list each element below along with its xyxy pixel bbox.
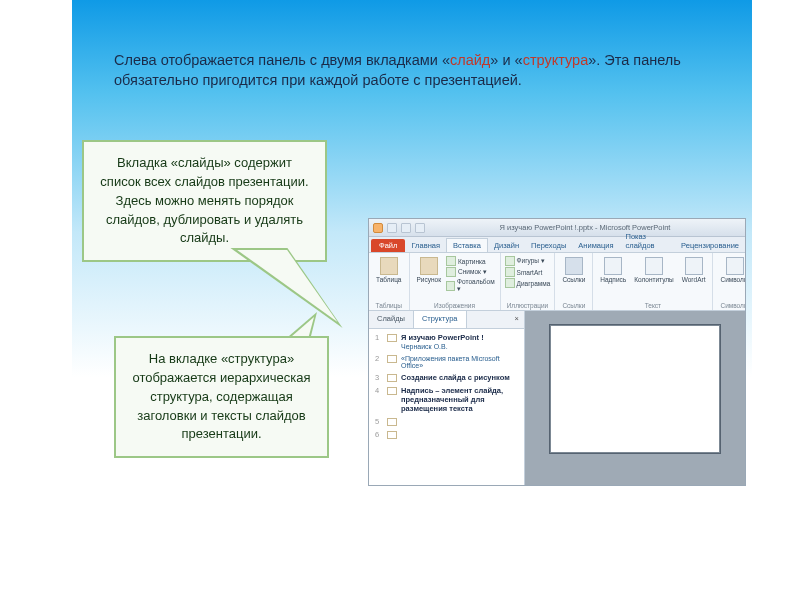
ribbon-group-links: Ссылки Ссылки xyxy=(555,253,593,310)
outline-thumb-icon xyxy=(387,431,397,439)
btn-textbox-label: Надпись xyxy=(600,276,626,283)
ribbon-tab-review[interactable]: Рецензирование xyxy=(675,239,745,252)
ribbon-tab-home[interactable]: Главная xyxy=(405,239,446,252)
btn-screenshot-label: Снимок ▾ xyxy=(458,268,487,276)
group-links-label: Ссылки xyxy=(559,302,588,309)
ribbon-tab-slideshow[interactable]: Показ слайдов xyxy=(620,230,676,252)
outline-thumb-icon xyxy=(387,374,397,382)
presentation-slide: Слева отображается панель с двумя вкладк… xyxy=(72,0,752,580)
outline-thumb-icon xyxy=(387,418,397,426)
tab-structure[interactable]: Структура xyxy=(414,311,467,328)
ribbon-tab-row: Файл Главная Вставка Дизайн Переходы Ани… xyxy=(369,237,745,253)
ribbon-tab-insert[interactable]: Вставка xyxy=(446,238,488,252)
ribbon-group-illustrations: Фигуры ▾ SmartArt Диаграмма Иллюстрации xyxy=(501,253,556,310)
outline-title: Создание слайда с рисунком xyxy=(401,373,518,382)
outline-item[interactable]: 6 xyxy=(375,430,518,439)
outline-item[interactable]: 3 Создание слайда с рисунком xyxy=(375,373,518,382)
btn-photoalbum[interactable]: Фотоальбом ▾ xyxy=(446,278,496,293)
group-images-label: Изображения xyxy=(414,302,496,309)
btn-textbox[interactable]: Надпись xyxy=(597,256,629,284)
group-symbols-label: Символы xyxy=(717,302,746,309)
ribbon-tab-design[interactable]: Дизайн xyxy=(488,239,525,252)
group-illustrations-label: Иллюстрации xyxy=(505,302,551,309)
btn-screenshot[interactable]: Снимок ▾ xyxy=(446,267,496,277)
outline-list[interactable]: 1 Я изучаю PowerPoint ! Чернаиск О.В. 2 … xyxy=(369,329,524,485)
outline-thumb-icon xyxy=(387,355,397,363)
textbox-icon xyxy=(604,257,622,275)
callout-slides-text: Вкладка «слайды» содержит список всех сл… xyxy=(100,155,308,245)
intro-mid: » и « xyxy=(490,52,522,68)
btn-shapes[interactable]: Фигуры ▾ xyxy=(505,256,551,266)
btn-chart-label: Диаграмма xyxy=(517,280,551,287)
ribbon: Таблица Таблицы Рисунок Картинка Снимок … xyxy=(369,253,745,311)
btn-smartart-label: SmartArt xyxy=(517,269,543,276)
clipart-icon xyxy=(446,256,456,266)
photoalbum-icon xyxy=(446,281,455,291)
left-pane-tabs: Слайды Структура × xyxy=(369,311,524,329)
outline-thumb-icon xyxy=(387,387,397,395)
intro-text: Слева отображается панель с двумя вкладк… xyxy=(114,50,712,91)
symbols-icon xyxy=(726,257,744,275)
outline-num: 5 xyxy=(375,417,383,426)
picture-icon xyxy=(420,257,438,275)
outline-title: Надпись – элемент слайда, предназначенны… xyxy=(401,386,518,413)
btn-smartart[interactable]: SmartArt xyxy=(505,267,551,277)
left-pane-close[interactable]: × xyxy=(510,311,524,328)
btn-picture[interactable]: Рисунок xyxy=(414,256,445,293)
window-title: Я изучаю PowerPoint !.pptx - Microsoft P… xyxy=(429,223,741,232)
btn-table-label: Таблица xyxy=(376,276,402,283)
shapes-icon xyxy=(505,256,515,266)
qat-save-icon[interactable] xyxy=(387,223,397,233)
app-icon xyxy=(373,223,383,233)
titlebar: Я изучаю PowerPoint !.pptx - Microsoft P… xyxy=(369,219,745,237)
ribbon-group-images: Рисунок Картинка Снимок ▾ Фотоальбом ▾ И… xyxy=(410,253,501,310)
btn-headerfooter-label: Колонтитулы xyxy=(634,276,674,283)
tab-slides[interactable]: Слайды xyxy=(369,311,414,328)
ribbon-group-symbols: Символы Символы xyxy=(713,253,746,310)
btn-symbols-label: Символы xyxy=(720,276,746,283)
outline-num: 2 xyxy=(375,354,383,369)
group-text-label: Текст xyxy=(597,302,708,309)
btn-shapes-label: Фигуры ▾ xyxy=(517,257,545,265)
intro-pre: Слева отображается панель с двумя вкладк… xyxy=(114,52,450,68)
callout-slides-tab: Вкладка «слайды» содержит список всех сл… xyxy=(82,140,327,262)
outline-thumb-icon xyxy=(387,334,397,342)
slide-canvas[interactable] xyxy=(550,325,720,453)
ribbon-tab-file[interactable]: Файл xyxy=(371,239,405,252)
qat-undo-icon[interactable] xyxy=(401,223,411,233)
links-icon xyxy=(565,257,583,275)
group-tables-label: Таблицы xyxy=(373,302,405,309)
outline-num: 3 xyxy=(375,373,383,382)
callout-structure-text: На вкладке «структура» отображается иера… xyxy=(132,351,310,441)
ribbon-group-tables: Таблица Таблицы xyxy=(369,253,410,310)
outline-num: 1 xyxy=(375,333,383,350)
outline-item[interactable]: 5 xyxy=(375,417,518,426)
outline-item[interactable]: 4 Надпись – элемент слайда, предназначен… xyxy=(375,386,518,413)
btn-clipart-label: Картинка xyxy=(458,258,486,265)
btn-clipart[interactable]: Картинка xyxy=(446,256,496,266)
btn-chart[interactable]: Диаграмма xyxy=(505,278,551,288)
outline-item[interactable]: 1 Я изучаю PowerPoint ! Чернаиск О.В. xyxy=(375,333,518,350)
btn-links[interactable]: Ссылки xyxy=(559,256,588,284)
table-icon xyxy=(380,257,398,275)
callout-structure-tab: На вкладке «структура» отображается иера… xyxy=(114,336,329,458)
qat-redo-icon[interactable] xyxy=(415,223,425,233)
ribbon-tab-transitions[interactable]: Переходы xyxy=(525,239,572,252)
btn-wordart[interactable]: WordArt xyxy=(679,256,709,284)
btn-symbols[interactable]: Символы xyxy=(717,256,746,284)
ribbon-tab-animation[interactable]: Анимация xyxy=(572,239,619,252)
screenshot-icon xyxy=(446,267,456,277)
outline-sub: Чернаиск О.В. xyxy=(401,343,518,350)
btn-photoalbum-label: Фотоальбом ▾ xyxy=(457,278,495,293)
btn-table[interactable]: Таблица xyxy=(373,256,405,284)
btn-picture-label: Рисунок xyxy=(417,276,442,283)
btn-headerfooter[interactable]: Колонтитулы xyxy=(631,256,677,284)
slide-stage[interactable] xyxy=(525,311,745,485)
outline-num: 4 xyxy=(375,386,383,413)
powerpoint-window: Я изучаю PowerPoint !.pptx - Microsoft P… xyxy=(368,218,746,486)
outline-title: Я изучаю PowerPoint ! xyxy=(401,333,518,342)
ribbon-group-text: Надпись Колонтитулы WordArt Текст xyxy=(593,253,713,310)
outline-item[interactable]: 2 «Приложения пакета Microsoft Office» xyxy=(375,354,518,369)
outline-title: «Приложения пакета Microsoft Office» xyxy=(401,355,518,369)
left-pane: Слайды Структура × 1 Я изучаю PowerPoint… xyxy=(369,311,525,485)
